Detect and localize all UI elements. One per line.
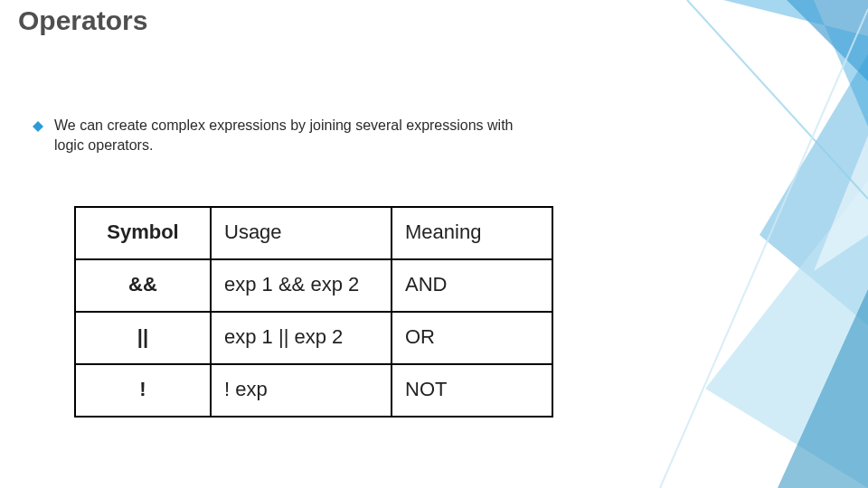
svg-line-7: [660, 9, 868, 488]
cell-symbol: &&: [75, 259, 211, 312]
cell-usage: exp 1 && exp 2: [211, 259, 392, 312]
col-header-usage: Usage: [211, 207, 392, 259]
cell-usage: ! exp: [211, 364, 392, 417]
svg-marker-1: [723, 0, 868, 127]
table-header-row: Symbol Usage Meaning: [75, 207, 552, 259]
diamond-bullet-icon: [33, 119, 43, 136]
svg-line-6: [687, 0, 868, 199]
col-header-meaning: Meaning: [392, 207, 552, 259]
slide: Operators We can create complex expressi…: [0, 0, 868, 488]
svg-marker-5: [814, 136, 868, 271]
bullet-item: We can create complex expressions by joi…: [33, 116, 539, 155]
svg-marker-0: [787, 0, 868, 81]
slide-title: Operators: [18, 5, 147, 36]
table-row: && exp 1 && exp 2 AND: [75, 259, 552, 312]
cell-meaning: NOT: [392, 364, 552, 417]
svg-marker-8: [33, 121, 43, 132]
table-row: || exp 1 || exp 2 OR: [75, 312, 552, 364]
svg-marker-3: [705, 181, 868, 488]
cell-symbol: !: [75, 364, 211, 417]
table-row: ! ! exp NOT: [75, 364, 552, 417]
svg-marker-2: [760, 54, 868, 325]
bullet-text: We can create complex expressions by joi…: [54, 116, 539, 155]
col-header-symbol: Symbol: [75, 207, 211, 259]
svg-marker-4: [778, 289, 868, 488]
cell-meaning: OR: [392, 312, 552, 364]
cell-meaning: AND: [392, 259, 552, 312]
cell-symbol: ||: [75, 312, 211, 364]
operators-table: Symbol Usage Meaning && exp 1 && exp 2 A…: [74, 206, 553, 418]
cell-usage: exp 1 || exp 2: [211, 312, 392, 364]
background-decoration: [579, 0, 868, 488]
